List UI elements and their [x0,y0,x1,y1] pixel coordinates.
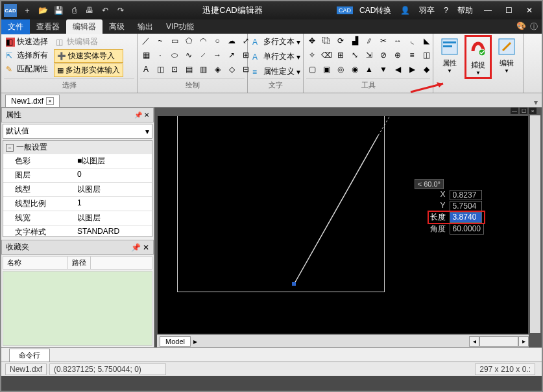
t9-icon[interactable]: ◆ [420,63,432,75]
unk2-icon[interactable]: ◇ [226,63,237,75]
property-row[interactable]: 线型以图层 [3,183,152,197]
copy-icon[interactable]: ⿻ [320,35,332,47]
text-icon[interactable]: A [140,63,152,75]
cloud-icon[interactable]: ☁ [226,35,237,47]
array-icon[interactable]: ⊞ [335,49,346,61]
t6-icon[interactable]: ▼ [378,63,389,75]
arc-icon[interactable]: ◠ [197,35,209,47]
hatch-icon[interactable]: ▦ [140,49,152,61]
group-general[interactable]: − 一般设置 [3,141,152,154]
polyline-icon[interactable]: ~ [154,35,166,47]
attrdef-button[interactable]: ≡属性定义 ▾ [250,65,302,78]
user-name[interactable]: 羽卒 [416,5,437,16]
properties-button[interactable]: 属性▼ [436,35,463,75]
trim-icon[interactable]: ✂ [378,35,389,47]
chamfer-icon[interactable]: ◣ [420,35,432,47]
style-icon[interactable]: 🎨 [516,21,526,32]
grp-icon[interactable]: ◫ [420,49,432,61]
saveas-icon[interactable]: ⎙ [66,3,82,18]
property-row[interactable]: 线宽以图层 [3,211,152,225]
move-icon[interactable]: ✥ [306,35,318,47]
pin-icon[interactable]: 📌 ✕ [134,111,149,119]
collapse-icon[interactable]: − [6,144,14,152]
t4-icon[interactable]: ◉ [349,63,361,75]
unk1-icon[interactable]: ◈ [211,63,223,75]
hscroll-track[interactable] [479,336,518,347]
property-row[interactable]: 色彩■以图层 [3,154,152,168]
menu-help-icon[interactable]: ⓘ [530,21,538,32]
match-props-button[interactable]: ✎匹配属性 [4,62,50,76]
mirror-icon[interactable]: ▟ [349,35,361,47]
circle-icon[interactable]: ○ [211,35,223,47]
tab-file[interactable]: 文件 [1,19,30,34]
tab-advanced[interactable]: 高级 [103,19,131,34]
vertical-scrollbar[interactable] [530,115,540,333]
break-icon[interactable]: ⊘ [378,49,389,61]
drawing-canvas[interactable]: < 60.0° X0.8237Y5.7504长度3.8740角度60.0000 [157,115,529,334]
t1-icon[interactable]: ▢ [306,63,318,75]
minimize-button[interactable]: — [479,4,496,17]
command-line-tab[interactable]: 命令行 [9,349,50,362]
rect-icon[interactable]: ▭ [169,35,180,47]
fillet-icon[interactable]: ◟ [406,35,418,47]
maximize-button[interactable]: ☐ [500,4,517,17]
ray-icon[interactable]: → [211,49,223,61]
fav-col-path[interactable]: 路径 [68,257,91,269]
mtext-button[interactable]: A多行文本 ▾ [250,35,302,49]
print-icon[interactable]: 🖶 [82,3,97,18]
insert-icon[interactable]: ⊡ [169,63,180,75]
canvas-max-icon[interactable]: ☐ [520,108,527,114]
select-all-button[interactable]: ⇱选择所有 [4,49,50,62]
poly-icon[interactable]: ⬠ [183,35,195,47]
extend-icon[interactable]: ↔ [392,35,404,47]
close-button[interactable]: ✕ [521,4,538,17]
open-icon[interactable]: 📂 [35,3,51,18]
help-link[interactable]: 帮助 [455,5,476,16]
erase-icon[interactable]: ⌫ [320,49,332,61]
new-icon[interactable]: ＋ [19,3,35,18]
tab-vip[interactable]: VIP功能 [160,19,200,34]
tab-output[interactable]: 输出 [131,19,160,34]
block-icon[interactable]: ◫ [154,63,166,75]
canvas-close-icon[interactable]: × [529,108,537,114]
t5-icon[interactable]: ▲ [363,63,375,75]
undo-icon[interactable]: ↶ [97,3,113,18]
fav-pin-icon[interactable]: 📌 ✕ [131,243,149,252]
tab-editor[interactable]: 编辑器 [66,19,103,34]
redo-icon[interactable]: ↷ [113,3,128,18]
model-tab[interactable]: Model [160,336,191,347]
save-icon[interactable]: 💾 [51,3,66,18]
defaults-combo[interactable]: 默认值▾ [3,124,152,139]
stext-button[interactable]: A单行文本 ▾ [250,50,302,63]
polygon-input-button[interactable]: ▦ 多边形实体输入 [54,63,123,77]
close-tab-icon[interactable]: × [46,97,54,105]
arrow-icon[interactable]: ↗ [226,49,237,61]
scroll-right-icon[interactable]: ▸ [518,336,529,347]
explode-icon[interactable]: ✧ [306,49,318,61]
tabs-dropdown-icon[interactable]: ▾ [530,98,542,107]
region-icon[interactable]: ▥ [197,63,209,75]
add-layout-icon[interactable]: ▸ [191,337,200,346]
snap-button[interactable]: 捕捉▼ [465,35,492,79]
t2-icon[interactable]: ▣ [320,63,332,75]
rotate-icon[interactable]: ⟳ [335,35,346,47]
scroll-left-icon[interactable]: ◂ [469,336,479,347]
point-icon[interactable]: · [154,49,166,61]
t7-icon[interactable]: ◀ [392,63,404,75]
property-row[interactable]: 文字样式STANDARD [3,225,152,236]
ellipse-icon[interactable]: ⬭ [169,49,180,61]
edit-button[interactable]: 编辑▼ [493,35,520,75]
fav-col-name[interactable]: 名称 [3,257,68,269]
line-icon[interactable]: ／ [140,35,152,47]
offset-icon[interactable]: ⫽ [363,35,375,47]
spline-icon[interactable]: ∿ [183,49,195,61]
import-solid-button[interactable]: ➕ 快速实体导入 [54,49,123,63]
canvas-min-icon[interactable]: — [511,108,518,114]
tab-viewer[interactable]: 查看器 [30,19,66,34]
table-icon[interactable]: ▤ [183,63,195,75]
xline-icon[interactable]: ⟋ [197,49,209,61]
property-row[interactable]: 线型比例1 [3,197,152,211]
join-icon[interactable]: ⊕ [392,49,404,61]
stretch-icon[interactable]: ⇲ [363,49,375,61]
property-row[interactable]: 图层0 [3,168,152,183]
